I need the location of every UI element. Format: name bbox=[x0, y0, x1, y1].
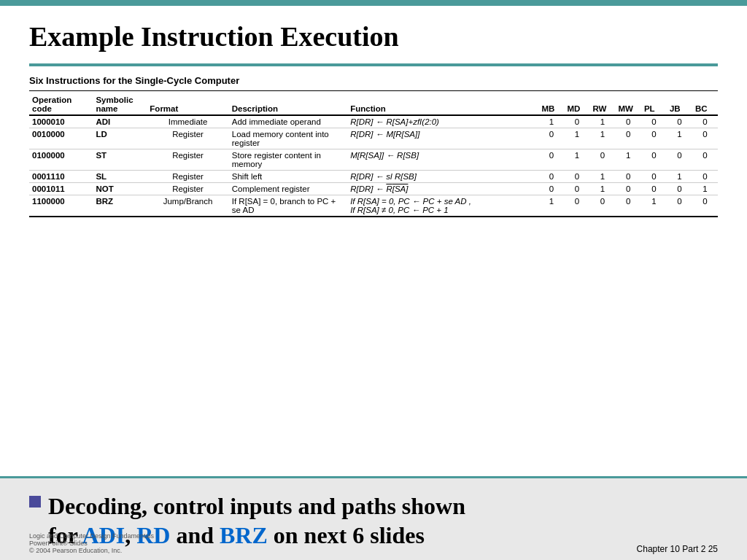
th-func: Function bbox=[347, 94, 538, 115]
mw-cell: 0 bbox=[615, 195, 641, 217]
table-row: 1100000BRZJump/BranchIf R[SA] = 0, branc… bbox=[29, 195, 718, 217]
title-bar bbox=[0, 0, 747, 6]
md-cell: 1 bbox=[565, 149, 590, 171]
th-bc: BC bbox=[692, 94, 718, 115]
desc-cell: If R[SA] = 0, branch to PC + se AD bbox=[229, 195, 347, 217]
suffix: on next 6 slides bbox=[268, 522, 425, 548]
desc-cell: Add immediate operand bbox=[229, 115, 347, 128]
desc-cell: Store register content in memory bbox=[229, 149, 347, 171]
sym-cell: ST bbox=[93, 149, 147, 171]
brz-label: BRZ bbox=[220, 522, 268, 548]
table-row: 0001011NOTRegisterComplement registerR[D… bbox=[29, 183, 718, 195]
opcode-cell: 1100000 bbox=[29, 195, 93, 217]
format-cell: Register bbox=[147, 171, 228, 183]
footer-right: Chapter 10 Part 2 25 bbox=[637, 544, 718, 554]
jb-cell: 1 bbox=[667, 171, 692, 183]
th-rw: RW bbox=[589, 94, 615, 115]
pl-cell: 1 bbox=[641, 195, 667, 217]
th-opcode: Operationcode bbox=[29, 94, 93, 115]
footer-line1: Logic and Computer Design Fundamentals bbox=[29, 532, 154, 540]
func-cell: R[DR] ← sl R[SB] bbox=[347, 171, 538, 183]
format-cell: Register bbox=[147, 183, 228, 195]
footer-line3: © 2004 Pearson Education, Inc. bbox=[29, 547, 154, 554]
rw-cell: 0 bbox=[589, 195, 615, 217]
slide: Example Instruction Execution Six Instru… bbox=[0, 0, 747, 560]
md-cell: 1 bbox=[565, 128, 590, 149]
sym-cell: BRZ bbox=[93, 195, 147, 217]
md-cell: 0 bbox=[565, 195, 590, 217]
pl-cell: 0 bbox=[641, 128, 667, 149]
sep2: and bbox=[170, 522, 220, 548]
pl-cell: 0 bbox=[641, 115, 667, 128]
th-md: MD bbox=[565, 94, 590, 115]
desc-cell: Complement register bbox=[229, 183, 347, 195]
divider-teal bbox=[29, 63, 718, 66]
jb-cell: 0 bbox=[667, 183, 692, 195]
bc-cell: 0 bbox=[692, 195, 718, 217]
desc-cell: Shift left bbox=[229, 171, 347, 183]
bullet-square-icon bbox=[29, 496, 41, 508]
opcode-cell: 1000010 bbox=[29, 115, 93, 128]
pl-cell: 0 bbox=[641, 183, 667, 195]
func-cell: If R[SA] = 0, PC ← PC + se AD ,If R[SA] … bbox=[347, 195, 538, 217]
mw-cell: 0 bbox=[615, 183, 641, 195]
footer-line2: PowerPoint® Slides bbox=[29, 540, 154, 547]
format-cell: Register bbox=[147, 128, 228, 149]
footer-left: Logic and Computer Design Fundamentals P… bbox=[29, 532, 154, 554]
divider-thin-top bbox=[29, 90, 718, 91]
sym-cell: ADI bbox=[93, 115, 147, 128]
bc-cell: 0 bbox=[692, 171, 718, 183]
mb-cell: 0 bbox=[539, 171, 565, 183]
desc-cell: Load memory content into register bbox=[229, 128, 347, 149]
mb-cell: 0 bbox=[539, 128, 565, 149]
table-row: 0010000LDRegisterLoad memory content int… bbox=[29, 128, 718, 149]
table-row: 0100000STRegisterStore register content … bbox=[29, 149, 718, 171]
func-cell: R[DR] ← M[R[SA]] bbox=[347, 128, 538, 149]
md-cell: 0 bbox=[565, 183, 590, 195]
rw-cell: 1 bbox=[589, 171, 615, 183]
opcode-cell: 0001110 bbox=[29, 171, 93, 183]
rw-cell: 1 bbox=[589, 128, 615, 149]
md-cell: 0 bbox=[565, 171, 590, 183]
instruction-table: Operationcode Symbolicname Format Descri… bbox=[29, 94, 718, 217]
mw-cell: 1 bbox=[615, 149, 641, 171]
jb-cell: 0 bbox=[667, 149, 692, 171]
th-pl: PL bbox=[641, 94, 667, 115]
subtitle: Six Instructions for the Single-Cycle Co… bbox=[29, 75, 718, 86]
jb-cell: 0 bbox=[667, 195, 692, 217]
bc-cell: 1 bbox=[692, 183, 718, 195]
sym-cell: SL bbox=[93, 171, 147, 183]
mb-cell: 0 bbox=[539, 183, 565, 195]
rw-cell: 1 bbox=[589, 115, 615, 128]
bc-cell: 0 bbox=[692, 115, 718, 128]
th-sym: Symbolicname bbox=[93, 94, 147, 115]
rw-cell: 0 bbox=[589, 149, 615, 171]
pl-cell: 0 bbox=[641, 171, 667, 183]
th-jb: JB bbox=[667, 94, 692, 115]
mw-cell: 0 bbox=[615, 128, 641, 149]
sym-cell: LD bbox=[93, 128, 147, 149]
th-desc: Description bbox=[229, 94, 347, 115]
mb-cell: 1 bbox=[539, 195, 565, 217]
func-cell: M[R[SA]] ← R[SB] bbox=[347, 149, 538, 171]
format-cell: Immediate bbox=[147, 115, 228, 128]
opcode-cell: 0010000 bbox=[29, 128, 93, 149]
th-mw: MW bbox=[615, 94, 641, 115]
func-cell: R[DR] ← R[SA]+zfI(2:0) bbox=[347, 115, 538, 128]
jb-cell: 0 bbox=[667, 115, 692, 128]
opcode-cell: 0100000 bbox=[29, 149, 93, 171]
jb-cell: 1 bbox=[667, 128, 692, 149]
slide-title: Example Instruction Execution bbox=[29, 20, 718, 52]
mw-cell: 0 bbox=[615, 115, 641, 128]
table-row: 1000010ADIImmediateAdd immediate operand… bbox=[29, 115, 718, 128]
rw-cell: 1 bbox=[589, 183, 615, 195]
format-cell: Jump/Branch bbox=[147, 195, 228, 217]
opcode-cell: 0001011 bbox=[29, 183, 93, 195]
format-cell: Register bbox=[147, 149, 228, 171]
mb-cell: 1 bbox=[539, 115, 565, 128]
bc-cell: 0 bbox=[692, 128, 718, 149]
func-cell: R[DR] ← R[SA] bbox=[347, 183, 538, 195]
table-row: 0001110SLRegisterShift leftR[DR] ← sl R[… bbox=[29, 171, 718, 183]
sym-cell: NOT bbox=[93, 183, 147, 195]
bc-cell: 0 bbox=[692, 149, 718, 171]
